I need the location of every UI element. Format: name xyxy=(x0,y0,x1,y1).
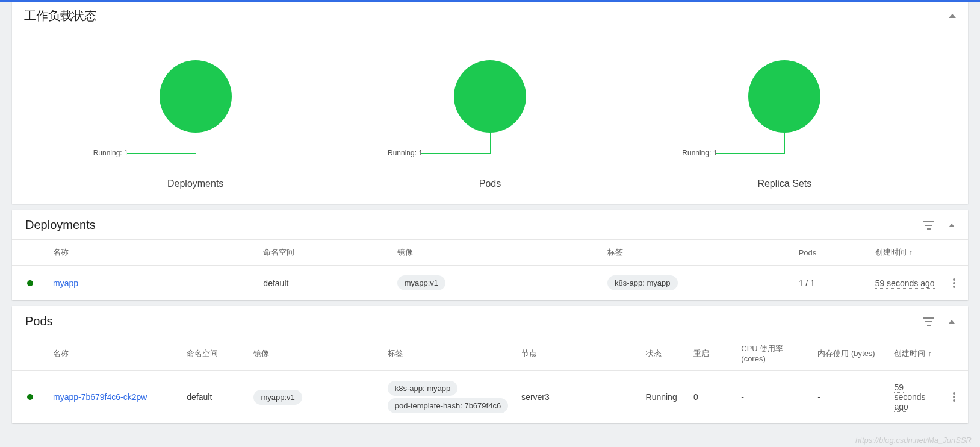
chart-title: Replica Sets xyxy=(757,178,811,189)
label-chip: pod-template-hash: 7b679f4c6 xyxy=(388,398,508,413)
th-created-label: 创建时间 xyxy=(875,248,907,257)
status-dot-icon xyxy=(27,394,33,400)
th-restarts[interactable]: 重启 xyxy=(689,336,736,371)
label-chip: k8s-app: myapp xyxy=(388,381,458,396)
row-menu-icon[interactable] xyxy=(953,278,955,288)
status-dot-icon xyxy=(27,280,33,286)
th-labels[interactable]: 标签 xyxy=(383,336,516,371)
th-created-label: 创建时间 xyxy=(894,349,925,358)
label-chip: k8s-app: myapp xyxy=(607,275,678,290)
th-image[interactable]: 镜像 xyxy=(392,240,603,266)
pie-connector-vert xyxy=(784,133,785,153)
pie-wrap: Running: 1 xyxy=(436,60,544,169)
pie-icon xyxy=(160,60,232,133)
table-header-row: 名称 命名空间 镜像 标签 节点 状态 重启 CPU 使用率 (cores) 内… xyxy=(12,336,968,371)
cell-pods: 1 / 1 xyxy=(794,266,870,301)
cell-restarts: 0 xyxy=(689,371,736,424)
pod-link[interactable]: myapp-7b679f4c6-ck2pw xyxy=(53,392,147,402)
sort-asc-icon: ↑ xyxy=(928,349,931,358)
cell-node: server3 xyxy=(516,371,640,424)
image-chip: myapp:v1 xyxy=(253,390,302,405)
pie-connector-horiz xyxy=(716,153,785,154)
collapse-icon[interactable] xyxy=(949,224,955,227)
table-row[interactable]: myapp-7b679f4c6-ck2pw default myapp:v1 k… xyxy=(12,371,968,424)
cell-created: 59 seconds ago xyxy=(875,278,935,289)
pods-head-icons xyxy=(923,317,955,326)
th-namespace[interactable]: 命名空间 xyxy=(182,336,249,371)
th-created[interactable]: 创建时间↑ xyxy=(889,336,940,371)
deployments-title: Deployments xyxy=(25,218,96,232)
pie-connector-vert xyxy=(196,133,196,153)
chart-title: Deployments xyxy=(167,178,223,189)
table-header-row: 名称 命名空间 镜像 标签 Pods 创建时间↑ xyxy=(12,240,968,266)
chart-replicasets: Running: 1 Replica Sets xyxy=(637,60,932,189)
pie-label: Running: 1 xyxy=(93,149,128,157)
pie-wrap: Running: 1 xyxy=(730,60,839,169)
th-labels[interactable]: 标签 xyxy=(603,240,794,266)
th-cpu[interactable]: CPU 使用率 (cores) xyxy=(736,336,813,371)
collapse-icon[interactable] xyxy=(949,320,955,324)
pie-icon xyxy=(454,60,526,133)
th-memory[interactable]: 内存使用 (bytes) xyxy=(813,336,889,371)
cell-created: 59 seconds ago xyxy=(894,383,925,412)
th-name[interactable]: 名称 xyxy=(48,336,182,371)
image-chip: myapp:v1 xyxy=(397,275,445,290)
table-row[interactable]: myapp default myapp:v1 k8s-app: myapp 1 … xyxy=(12,266,968,301)
cell-namespace: default xyxy=(182,371,249,424)
cell-cpu: - xyxy=(736,371,813,424)
pie-label: Running: 1 xyxy=(388,149,423,157)
deployment-link[interactable]: myapp xyxy=(53,278,78,288)
pie-connector-horiz xyxy=(127,153,196,154)
th-status[interactable]: 状态 xyxy=(641,336,689,371)
filter-icon[interactable] xyxy=(923,221,934,230)
th-image[interactable]: 镜像 xyxy=(249,336,382,371)
pie-wrap: Running: 1 xyxy=(141,60,250,169)
chart-deployments: Running: 1 Deployments xyxy=(48,60,343,189)
cell-namespace: default xyxy=(258,266,392,301)
th-pods[interactable]: Pods xyxy=(794,240,870,266)
workload-status-card: 工作负载状态 Running: 1 Deployments Running: 1… xyxy=(12,2,968,204)
pie-connector-horiz xyxy=(421,153,491,154)
pods-header: Pods xyxy=(12,314,968,336)
pie-icon xyxy=(748,60,820,133)
status-chart-row: Running: 1 Deployments Running: 1 Pods R… xyxy=(24,60,956,189)
cell-status: Running xyxy=(641,371,689,424)
pie-label: Running: 1 xyxy=(682,149,717,157)
th-namespace[interactable]: 命名空间 xyxy=(258,240,392,266)
pie-connector-vert xyxy=(490,133,491,153)
collapse-icon[interactable] xyxy=(949,14,956,18)
chart-pods: Running: 1 Pods xyxy=(343,60,637,189)
deployments-head-icons xyxy=(923,221,955,230)
th-created[interactable]: 创建时间↑ xyxy=(870,240,940,266)
workload-status-title: 工作负载状态 xyxy=(24,8,96,24)
cell-memory: - xyxy=(813,371,889,424)
chart-title: Pods xyxy=(479,178,501,189)
pods-title: Pods xyxy=(25,314,53,328)
pods-table: 名称 命名空间 镜像 标签 节点 状态 重启 CPU 使用率 (cores) 内… xyxy=(12,336,968,423)
th-node[interactable]: 节点 xyxy=(516,336,640,371)
filter-icon[interactable] xyxy=(923,317,934,326)
sort-asc-icon: ↑ xyxy=(909,248,913,257)
workload-status-header: 工作负载状态 xyxy=(24,8,956,24)
pods-card: Pods 名称 命名空间 镜像 标签 节点 状态 重启 CPU 使用率 (cor… xyxy=(12,306,968,423)
deployments-header: Deployments xyxy=(12,218,968,239)
th-name[interactable]: 名称 xyxy=(48,240,258,266)
deployments-table: 名称 命名空间 镜像 标签 Pods 创建时间↑ myapp default m… xyxy=(12,239,968,300)
row-menu-icon[interactable] xyxy=(953,392,955,402)
deployments-card: Deployments 名称 命名空间 镜像 标签 Pods 创建时间↑ xyxy=(12,210,968,300)
